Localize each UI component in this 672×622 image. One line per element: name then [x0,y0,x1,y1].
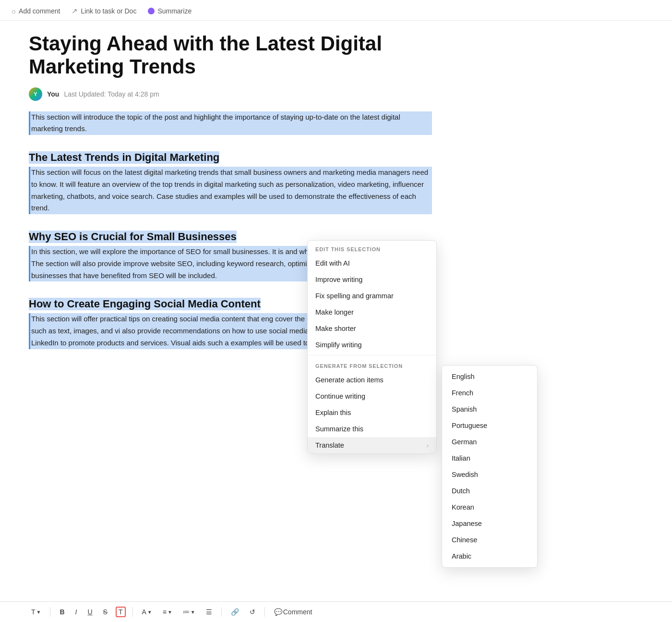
code-block-label: T [119,608,123,616]
translate-item[interactable]: Translate › [308,437,436,453]
text-style-label: T [31,608,36,616]
text-style-dropdown-icon: ▼ [36,610,41,615]
generate-action-items-item[interactable]: Generate action items [308,372,436,388]
summarize-icon [148,8,155,14]
add-comment-button[interactable]: ○ Add comment [12,7,60,15]
make-longer-label: Make longer [315,308,354,316]
context-menu: EDIT THIS SELECTION Edit with AI Improve… [307,240,437,454]
author-name: You [47,90,59,98]
lang-item-german[interactable]: German [442,434,537,450]
last-updated: Last Updated: Today at 4:28 pm [64,90,159,98]
summarize-this-item[interactable]: Summarize this [308,421,436,437]
translate-chevron-icon: › [427,442,429,449]
doc-title: Staying Ahead with the Latest Digital Ma… [29,32,432,79]
edit-with-ai-item[interactable]: Edit with AI [308,255,436,271]
summarize-this-label: Summarize this [315,425,363,433]
summarize-button[interactable]: Summarize [148,7,192,15]
simplify-writing-label: Simplify writing [315,341,362,349]
checklist-button[interactable]: ☰ [204,607,215,617]
align-label: ≡ [163,608,167,616]
lang-item-portuguese[interactable]: Portuguese [442,417,537,434]
lang-item-spanish[interactable]: Spanish [442,401,537,417]
align-button[interactable]: ≡ ▼ [160,607,175,617]
language-submenu: EnglishFrenchSpanishPortugueseGermanItal… [442,365,538,568]
lang-item-chinese[interactable]: Chinese [442,532,537,548]
top-toolbar: ○ Add comment ↗ Link to task or Doc Summ… [0,0,672,21]
improve-writing-label: Improve writing [315,276,362,283]
separator-2 [132,607,133,617]
undo-icon: ↺ [250,608,255,616]
edit-with-ai-label: Edit with AI [315,259,350,267]
improve-writing-item[interactable]: Improve writing [308,271,436,288]
separator-4 [264,607,265,617]
section-intro: This section will introduce the topic of… [29,111,432,135]
make-shorter-item[interactable]: Make shorter [308,320,436,337]
text-style-button[interactable]: T ▼ [29,607,43,617]
link-icon: ↗ [72,7,78,15]
comment-label: Comment [283,608,312,616]
code-block-button[interactable]: T [116,607,126,617]
fix-spelling-label: Fix spelling and grammar [315,292,394,300]
strikethrough-button[interactable]: S [101,607,110,617]
menu-divider [308,355,436,355]
color-label: A [142,608,146,616]
make-longer-item[interactable]: Make longer [308,304,436,320]
lang-item-italian[interactable]: Italian [442,450,537,466]
comment-icon: ○ [12,7,16,15]
bold-label: B [60,608,64,616]
underline-label: U [87,608,92,616]
edit-section-label: EDIT THIS SELECTION [308,241,436,255]
lang-item-swedish[interactable]: Swedish [442,466,537,483]
social-media-heading: How to Create Engaging Social Media Cont… [29,298,261,310]
formatting-toolbar: T ▼ B I U S T A ▼ ≡ ▼ ≔ ▼ ☰ 🔗 ↺ 💬 Commen… [0,601,672,622]
intro-body: This section will introduce the topic of… [29,111,432,135]
align-dropdown-icon: ▼ [168,610,172,615]
checklist-label: ☰ [206,608,212,616]
explain-this-label: Explain this [315,409,351,416]
fix-spelling-item[interactable]: Fix spelling and grammar [308,288,436,304]
comment-icon-fmt: 💬 [274,608,282,616]
lang-item-korean[interactable]: Korean [442,499,537,515]
color-button[interactable]: A ▼ [140,607,155,617]
list-button[interactable]: ≔ ▼ [180,607,198,617]
explain-this-item[interactable]: Explain this [308,404,436,421]
add-comment-label: Add comment [19,7,60,15]
color-dropdown-icon: ▼ [147,610,152,615]
generate-section-label: GENERATE FROM SELECTION [308,357,436,372]
link-button[interactable]: 🔗 [228,607,241,617]
list-dropdown-icon: ▼ [191,610,195,615]
make-shorter-label: Make shorter [315,325,356,332]
avatar: Y [29,87,42,101]
section-latest-trends: The Latest Trends in Digital Marketing T… [29,142,432,214]
separator-3 [221,607,222,617]
latest-trends-heading: The Latest Trends in Digital Marketing [29,151,219,164]
comment-button[interactable]: 💬 Comment [272,607,315,617]
lang-item-dutch[interactable]: Dutch [442,483,537,499]
link-task-button[interactable]: ↗ Link to task or Doc [72,7,136,15]
lang-item-arabic[interactable]: Arabic [442,548,537,564]
lang-item-english[interactable]: English [442,368,537,385]
separator-1 [50,607,50,617]
latest-trends-body: This section will focus on the latest di… [29,167,432,214]
list-label: ≔ [183,608,190,616]
underline-button[interactable]: U [85,607,95,617]
lang-item-french[interactable]: French [442,385,537,401]
italic-label: I [75,608,77,616]
link-icon: 🔗 [231,608,239,616]
seo-heading: Why SEO is Crucial for Small Businesses [29,231,237,243]
translate-label: Translate [315,441,344,449]
summarize-label: Summarize [157,7,192,15]
undo-button[interactable]: ↺ [247,607,258,617]
generate-action-items-label: Generate action items [315,376,384,384]
italic-button[interactable]: I [73,607,80,617]
lang-item-japanese[interactable]: Japanese [442,515,537,532]
bold-button[interactable]: B [57,607,67,617]
continue-writing-item[interactable]: Continue writing [308,388,436,404]
strikethrough-label: S [103,608,108,616]
simplify-writing-item[interactable]: Simplify writing [308,337,436,353]
author-row: Y You Last Updated: Today at 4:28 pm [29,87,432,101]
continue-writing-label: Continue writing [315,392,365,400]
link-task-label: Link to task or Doc [81,7,136,15]
